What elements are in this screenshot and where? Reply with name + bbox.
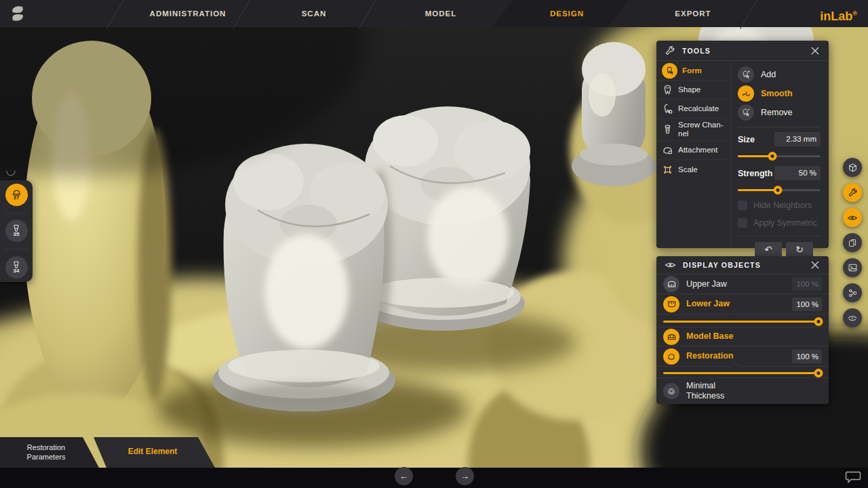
menu-label: Screw Chan- nel (678, 121, 723, 138)
close-icon[interactable] (810, 260, 821, 270)
upper-jaw-opacity-field[interactable]: 100 % (792, 277, 822, 291)
slider-fill (738, 189, 778, 191)
checkbox-icon[interactable] (738, 201, 747, 210)
menu-item-form[interactable]: Form (656, 61, 730, 81)
restoration-opacity-field[interactable]: 100 % (792, 350, 822, 363)
row-restoration[interactable]: Restoration 100 % (656, 346, 829, 366)
recalculate-icon (662, 103, 673, 115)
lower-jaw-opacity-field[interactable]: 100 % (792, 298, 822, 311)
tooth-icon: 34 (5, 256, 28, 279)
eye-icon (847, 214, 858, 222)
strength-value-field[interactable]: 50 % (774, 166, 821, 180)
slider-handle[interactable] (768, 152, 777, 161)
tooth-item-34[interactable]: 34 (5, 256, 28, 279)
menu-label: Attachment (678, 146, 717, 155)
previous-step-button[interactable]: ← (395, 467, 413, 485)
panel-title: DISPLAY OBJECTS (683, 261, 803, 269)
menu-item-screw-channel[interactable]: Screw Chan- nel (656, 119, 730, 141)
tab-edit-element[interactable]: Edit Element (88, 437, 217, 468)
tools-panel-header: TOOLS (656, 41, 829, 61)
slider-fill (663, 372, 818, 374)
tooth-item-35[interactable]: 35 (5, 220, 28, 242)
eye-icon (665, 261, 676, 269)
connections-button[interactable] (843, 283, 862, 302)
crown-icon: 37 (5, 184, 28, 206)
redo-button[interactable]: ↻ (786, 242, 813, 258)
model-base-icon (663, 329, 679, 345)
slider-handle[interactable] (814, 317, 823, 326)
undo-button[interactable]: ↶ (755, 242, 782, 258)
jaw-icon (847, 314, 858, 323)
tools-toggle-button[interactable] (843, 183, 862, 202)
row-model-base[interactable]: Model Base (656, 327, 829, 346)
attachment-icon (662, 144, 673, 156)
size-parameter: Size 2.33 mm (738, 132, 821, 146)
minimal-thickness-icon (663, 383, 679, 399)
menu-label: Recalculate (678, 104, 719, 113)
menu-label: Form (682, 66, 702, 75)
menu-item-scale[interactable]: Scale (656, 160, 730, 179)
articulator-button[interactable] (843, 308, 862, 327)
scan-tooth-top-right (572, 42, 656, 186)
mode-remove[interactable]: Remove (738, 103, 821, 122)
row-upper-jaw[interactable]: Upper Jaw 100 % (656, 274, 829, 294)
nav-tab-design[interactable]: DESIGN (506, 0, 628, 27)
view-cube-button[interactable] (843, 158, 862, 177)
nav-tab-model[interactable]: MODEL (380, 0, 502, 27)
size-slider[interactable] (738, 151, 821, 161)
row-label: Restoration (686, 351, 785, 361)
inlab-brand: inLab® (820, 0, 857, 27)
menu-item-shape[interactable]: Shape (656, 81, 730, 100)
sirona-logo (9, 5, 26, 22)
checkbox-icon[interactable] (738, 218, 747, 228)
pages-icon (848, 238, 857, 248)
strength-slider[interactable] (738, 185, 821, 195)
nav-tab-administration[interactable]: ADMINISTRATION (127, 0, 249, 27)
menu-label: Scale (678, 165, 698, 174)
screenshot-button[interactable] (843, 258, 862, 277)
row-label: Upper Jaw (686, 279, 785, 289)
nav-separator (106, 0, 125, 29)
upper-jaw-icon (663, 276, 679, 292)
app-window: ADMINISTRATION SCAN MODEL DESIGN EXPORT … (0, 0, 868, 488)
mode-smooth[interactable]: Smooth (738, 84, 821, 103)
tooth-item-37[interactable]: 37 (5, 184, 28, 206)
smooth-icon (738, 85, 754, 102)
restoration-crown-left (212, 144, 395, 413)
close-icon[interactable] (810, 45, 821, 56)
slider-handle[interactable] (773, 186, 782, 195)
display-objects-toggle-button[interactable] (843, 208, 862, 227)
slider-fill (738, 155, 772, 157)
row-minimal-thickness[interactable]: Minimal Thickness (656, 378, 829, 403)
lower-jaw-slider[interactable] (663, 317, 822, 326)
restoration-slider[interactable] (663, 368, 822, 378)
next-step-button[interactable]: → (456, 467, 474, 485)
size-label: Size (738, 135, 755, 144)
nav-tab-scan[interactable]: SCAN (253, 0, 375, 27)
display-objects-panel: DISPLAY OBJECTS Upper Jaw 100 % Lower Ja… (656, 256, 829, 404)
chat-bubble-icon[interactable] (845, 470, 861, 485)
case-details-button[interactable] (843, 233, 862, 252)
scale-icon (662, 164, 673, 176)
slider-handle[interactable] (814, 369, 823, 378)
mode-add[interactable]: Add (738, 65, 821, 84)
checkbox-label: Apply Symmetric (753, 218, 817, 228)
jaw-arch-icon[interactable] (5, 169, 16, 179)
apply-symmetric-option[interactable]: Apply Symmetric (738, 216, 821, 230)
wrench-icon (665, 45, 675, 56)
tooth-selector-panel: 37 35 34 (0, 180, 33, 282)
mode-label: Smooth (761, 89, 793, 98)
slider-fill (663, 321, 818, 323)
row-label: Lower Jaw (686, 299, 785, 308)
tooth-number: 35 (14, 231, 20, 237)
add-icon (738, 66, 754, 83)
size-value-field[interactable]: 2.33 mm (774, 132, 821, 146)
registered-mark: ® (852, 10, 857, 17)
menu-item-attachment[interactable]: Attachment (656, 141, 730, 160)
nav-tab-export[interactable]: EXPORT (632, 0, 754, 27)
hide-neighbors-option[interactable]: Hide Neighbors (738, 198, 821, 212)
bottom-bar: ← → (0, 468, 868, 488)
row-lower-jaw[interactable]: Lower Jaw 100 % (656, 294, 829, 314)
menu-item-recalculate[interactable]: Recalculate (656, 100, 730, 119)
tooth-number: 34 (14, 268, 20, 274)
